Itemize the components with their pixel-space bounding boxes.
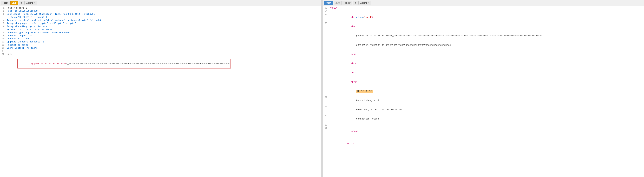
left-line-9: 9 Content-Length: 7143 xyxy=(0,34,321,37)
right-line-54: 54 xyxy=(323,10,644,13)
left-line-5: 5 Accept-Language: zh-CN,zh;q=0.8,en-US;… xyxy=(0,22,321,25)
line-content: HTTP/1.1 201 xyxy=(329,87,644,96)
line-content: <br> xyxy=(329,59,644,68)
line-num: 1 xyxy=(0,7,6,10)
right-line-empty xyxy=(323,136,644,139)
line-num xyxy=(323,31,329,40)
line-num: 3 xyxy=(0,13,6,16)
line-num: 12 xyxy=(0,44,6,47)
line-content xyxy=(329,124,644,127)
left-tab-pretty[interactable]: Pretty xyxy=(1,1,10,5)
line-content: Cache-Control: no-cache xyxy=(6,47,321,50)
line-content: Connection: close xyxy=(329,114,644,124)
line-num: 6 xyxy=(0,25,6,28)
line-content: <hr class="my-4"> xyxy=(329,13,644,22)
line-content xyxy=(329,136,644,139)
right-line-56: 56 <b> xyxy=(323,22,644,31)
left-line-15: 15 url= xyxy=(0,53,321,56)
left-tab-raw[interactable]: 原始 xyxy=(10,1,18,5)
line-num: 10 xyxy=(0,37,6,40)
left-line-4: 4 Accept: text/html,application/xhtml+xm… xyxy=(0,19,321,22)
line-content: 28%6e%65%77%20%53%74%72%69%6e%67%28%62%2… xyxy=(329,40,644,50)
line-content: Referer: http://10.211.55.51:8080/ xyxy=(6,28,321,31)
right-line-59: 59 Connection: close xyxy=(323,114,644,124)
right-line-58: 58 Date: Wed, 17 Mar 2021 08:00:24 GMT xyxy=(323,105,644,114)
line-content: Pragma: no-cache xyxy=(6,44,321,47)
line-num: 53 xyxy=(323,7,329,10)
line-content: Content-Length: 0 xyxy=(329,96,644,105)
line-content: Accept-Language: zh-CN,zh;q=0.8,en-US;q=… xyxy=(6,22,321,25)
line-content: User-Agent: Mozilla/5.0 (Macintosh; Inte… xyxy=(6,13,321,16)
left-tab-n[interactable]: \n xyxy=(19,1,24,5)
right-tab-raw[interactable]: 原始 xyxy=(334,1,342,5)
right-line-55: 55 <hr class="my-4"> xyxy=(323,13,644,22)
line-content: Accept-Encoding: gzip, deflate xyxy=(6,25,321,28)
http-status-highlight: HTTP/1.1 201 xyxy=(356,90,373,93)
right-line-div-end: </div> xyxy=(323,139,644,148)
left-content: 1 POST / HTTP/1.1 2 Host: 10.211.55.51:8… xyxy=(0,6,321,177)
pane-divider xyxy=(321,0,323,177)
left-pane: Pretty 原始 \n Actions 1 POST / HTTP/1.1 2… xyxy=(0,0,321,177)
left-line-7: 7 Referer: http://10.211.55.51:8080/ xyxy=(0,28,321,31)
line-content: <b> xyxy=(329,22,644,31)
right-toolbar: Pretty 原始 Render \n Actions xyxy=(323,0,644,6)
line-content: Content-Length: 7143 xyxy=(6,34,321,37)
left-line-8: 8 Content-Type: application/x-www-form-u… xyxy=(0,31,321,34)
line-num: 56 xyxy=(323,22,329,31)
line-content xyxy=(329,10,644,13)
left-line-11: 11 Upgrade-Insecure-Requests: 1 xyxy=(0,40,321,44)
line-content: </div> xyxy=(329,7,644,10)
right-line-61: 61 </pre> xyxy=(323,127,644,136)
right-tab-n[interactable]: \n xyxy=(352,1,358,5)
line-num: 15 xyxy=(0,53,6,56)
line-content: gopher://172.72.23.26:8080/_%50%55%54%20… xyxy=(329,31,644,40)
line-content xyxy=(6,50,321,53)
line-num: 11 xyxy=(0,40,6,44)
right-content: 53 </div> 54 55 <hr class="my-4"> 56 <b> xyxy=(323,6,644,177)
line-num xyxy=(323,50,329,59)
right-line-pre: <pre> xyxy=(323,77,644,87)
line-content: </b> xyxy=(329,50,644,59)
right-actions-button[interactable]: Actions xyxy=(358,1,371,5)
line-content: Gecko/20100101 Firefox/56.0 xyxy=(6,16,321,19)
line-num xyxy=(323,87,329,96)
line-content: Upgrade-Insecure-Requests: 1 xyxy=(6,40,321,44)
line-num xyxy=(0,16,6,19)
line-num: 4 xyxy=(0,19,6,22)
line-content: url= xyxy=(6,53,321,56)
left-line-url: gopher://172.72.23.26:8080/_%%25%35%30%2… xyxy=(0,56,321,72)
left-toolbar: Pretty 原始 \n Actions xyxy=(0,0,321,6)
line-num: 59 xyxy=(323,114,329,124)
left-line-6: 6 Accept-Encoding: gzip, deflate xyxy=(0,25,321,28)
left-line-14: 14 xyxy=(0,50,321,53)
line-num: 13 xyxy=(0,47,6,50)
right-tab-render[interactable]: Render xyxy=(342,1,352,5)
right-pane: Pretty 原始 Render \n Actions 53 </div> 54… xyxy=(323,0,644,177)
line-num: 54 xyxy=(323,10,329,13)
line-content: Host: 10.211.55.51:8080 xyxy=(6,10,321,13)
line-num xyxy=(323,59,329,68)
line-content: <br> xyxy=(329,68,644,77)
line-num: 60 xyxy=(323,124,329,127)
left-line-3: 3 User-Agent: Mozilla/5.0 (Macintosh; In… xyxy=(0,13,321,16)
line-num: 9 xyxy=(0,34,6,37)
line-content: Content-Type: application/x-www-form-url… xyxy=(6,31,321,34)
line-num xyxy=(323,40,329,50)
left-line-13: 13 Cache-Control: no-cache xyxy=(0,47,321,50)
left-line-3b: Gecko/20100101 Firefox/56.0 xyxy=(0,16,321,19)
line-content: <pre> xyxy=(329,77,644,87)
left-actions-button[interactable]: Actions xyxy=(24,1,37,5)
right-line-br2: <br> xyxy=(323,68,644,77)
left-line-2: 2 Host: 10.211.55.51:8080 xyxy=(0,10,321,13)
right-tab-pretty[interactable]: Pretty xyxy=(324,1,333,5)
line-num: 55 xyxy=(323,13,329,22)
line-num: 61 xyxy=(323,127,329,136)
line-num: 57 xyxy=(323,96,329,105)
line-num xyxy=(323,139,329,148)
left-line-12: 12 Pragma: no-cache xyxy=(0,44,321,47)
right-line-53: 53 </div> xyxy=(323,7,644,10)
line-content: POST / HTTP/1.1 xyxy=(6,7,321,10)
right-line-br1: <br> xyxy=(323,59,644,68)
line-content: </pre> xyxy=(329,127,644,136)
right-line-57: 57 Content-Length: 0 xyxy=(323,96,644,105)
